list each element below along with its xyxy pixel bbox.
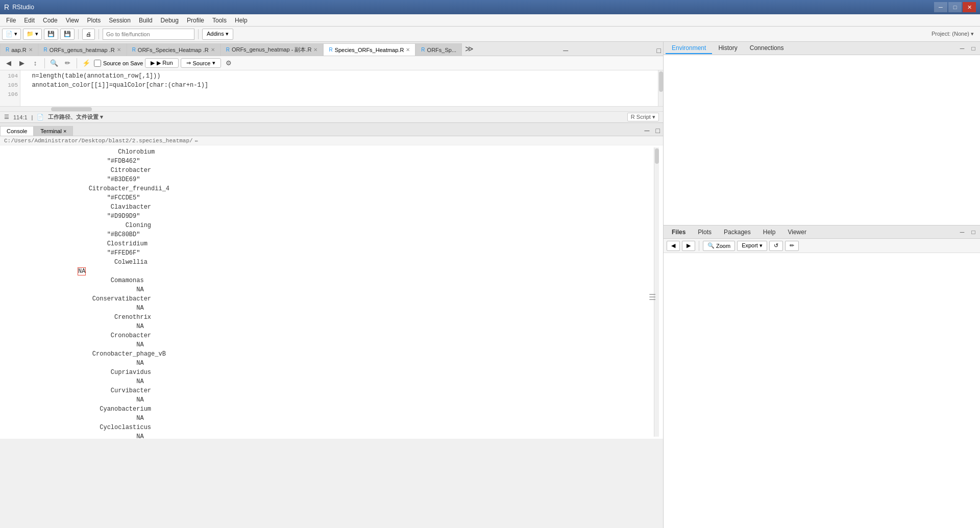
editor-minimize-button[interactable]: ─ (561, 45, 570, 56)
status-icon: ☰ (4, 114, 9, 120)
tab-label: aap.R (11, 47, 26, 53)
tab-close-icon[interactable]: ✕ (313, 47, 317, 53)
tab-help[interactable]: Help (757, 227, 782, 237)
menu-tools[interactable]: Tools (208, 16, 231, 25)
nav-next-button[interactable]: ▶ (682, 241, 695, 251)
nav-forward-button[interactable]: ▶ (16, 58, 28, 69)
console-line-na-highlighted: NA (4, 267, 654, 276)
zoom-button[interactable]: 🔍 Zoom (703, 241, 735, 251)
source-button[interactable]: ⇒ Source ▾ (181, 58, 222, 68)
console-line-22: NA (4, 340, 654, 349)
console-line-6: "#FCCDE5" (4, 193, 654, 203)
maximize-button[interactable]: □ (948, 2, 962, 12)
tab-aap[interactable]: R aap.R ✕ (0, 43, 38, 56)
menu-edit[interactable]: Edit (20, 16, 39, 25)
tab-close-icon[interactable]: ✕ (117, 47, 121, 53)
console-content[interactable]: Chlorobium "#FDB462" Citrobacter "#B3DE6… (0, 145, 663, 439)
r-script-badge[interactable]: R Script ▾ (627, 113, 659, 121)
tab-files[interactable]: Files (666, 227, 692, 237)
menu-debug[interactable]: Debug (157, 16, 183, 25)
main-toolbar: 📄▾ 📁▾ 💾 💾 🖨 Addins ▾ Project: (None) ▾ (0, 27, 980, 42)
search-button[interactable]: 🔍 (48, 58, 60, 69)
tab-history[interactable]: History (712, 43, 743, 54)
close-button[interactable]: ✕ (963, 2, 976, 12)
editor-options-button[interactable]: ⚙ (223, 58, 234, 69)
console-scroll-lines-icon[interactable]: ☰ (649, 292, 656, 303)
source-on-save-label[interactable]: Source on Save (94, 60, 143, 67)
refresh-button[interactable]: ↺ (769, 241, 783, 251)
open-file-button[interactable]: 📁▾ (23, 29, 42, 40)
menu-build[interactable]: Build (135, 16, 157, 25)
console-line-7: Clavibacter (4, 203, 654, 212)
console-line-24: NA (4, 359, 654, 368)
code-line-104: n=length(table(annotation_row[,1])) (24, 71, 654, 81)
menu-plots[interactable]: Plots (83, 16, 105, 25)
menu-help[interactable]: Help (231, 16, 252, 25)
menubar: File Edit Code View Plots Session Build … (0, 14, 980, 27)
code-content[interactable]: n=length(table(annotation_row[,1])) anno… (20, 70, 658, 106)
tab-console[interactable]: Console (0, 126, 34, 136)
tab-connections[interactable]: Connections (744, 43, 790, 54)
editor-vscrollbar[interactable] (658, 70, 663, 106)
console-maximize-button[interactable]: □ (653, 125, 663, 136)
edit-button[interactable]: ✏ (785, 241, 799, 251)
source-arrow-icon: ⇒ (186, 60, 191, 66)
source-on-save-text: Source on Save (103, 60, 143, 66)
tab-environment[interactable]: Environment (666, 43, 712, 54)
editor-maximize-button[interactable]: □ (655, 45, 663, 56)
print-button[interactable]: 🖨 (82, 29, 95, 40)
tab-overflow-button[interactable]: ≫ (462, 42, 477, 56)
tab-orfs-genus-copy[interactable]: R ORFs_genus_heatmap - 副本.R ✕ (220, 43, 324, 56)
save-all-button[interactable]: 💾 (60, 29, 75, 40)
source-on-save-checkbox[interactable] (94, 60, 101, 67)
right-top-panel: Environment History Connections ─ □ (664, 42, 980, 225)
console-line-30: NA (4, 414, 654, 423)
console-minimize-button[interactable]: ─ (642, 125, 653, 136)
tab-viewer[interactable]: Viewer (781, 227, 812, 237)
right-bottom-minimize-button[interactable]: ─ (958, 228, 967, 237)
tab-plots[interactable]: Plots (692, 227, 718, 237)
minimize-button[interactable]: ─ (934, 2, 947, 12)
export-button[interactable]: Export ▾ (737, 241, 767, 251)
status-divider: | (32, 114, 33, 120)
code-line-105: annotation_color[[i]]=qualColor[char:(ch… (24, 81, 654, 90)
edit-path-icon[interactable]: ✏ (195, 137, 199, 144)
r-file-icon: R (226, 47, 230, 53)
project-label[interactable]: Project: (None) ▾ (932, 31, 978, 37)
run-label: ▶ Run (157, 60, 173, 66)
menu-view[interactable]: View (62, 16, 83, 25)
goto-line-button[interactable]: ↕ (30, 58, 41, 69)
tab-close-icon[interactable]: ✕ (211, 47, 215, 53)
nav-prev-button[interactable]: ◀ (667, 241, 680, 251)
tab-close-icon[interactable]: ✕ (29, 47, 33, 53)
source-dropdown-icon[interactable]: ▾ (212, 60, 215, 66)
menu-profile[interactable]: Profile (183, 16, 208, 25)
tab-orfs-genus[interactable]: R ORFs_genus_heatmap .R ✕ (38, 43, 127, 56)
tab-packages[interactable]: Packages (718, 227, 757, 237)
save-file-button[interactable]: 💾 (44, 29, 58, 40)
tab-terminal[interactable]: Terminal × (34, 126, 73, 136)
tab-orfs-species-heatmap[interactable]: R ORFs_Species_Heatmap .R ✕ (127, 43, 220, 56)
nav-back-button[interactable]: ◀ (3, 58, 14, 69)
tab-species-orfs-active[interactable]: R Species_ORFs_Heatmap.R ✕ (323, 43, 415, 56)
editor-status-bar: ☰ 114:1 | 📄 工作路径、文件设置 ▾ R Script ▾ (0, 111, 663, 122)
new-file-button[interactable]: 📄▾ (2, 29, 21, 40)
tab-orfs-sp[interactable]: R ORFs_Sp... (415, 43, 462, 56)
app-icon: R (4, 3, 9, 11)
editor-hscrollbar[interactable] (0, 106, 663, 111)
environment-content (664, 55, 980, 225)
addins-button[interactable]: Addins ▾ (202, 29, 233, 40)
menu-code[interactable]: Code (39, 16, 62, 25)
run-button[interactable]: ▶ ▶ Run (145, 58, 178, 68)
right-top-maximize-button[interactable]: □ (969, 44, 978, 53)
tab-close-icon[interactable]: ✕ (406, 47, 410, 53)
status-path[interactable]: 工作路径、文件设置 ▾ (48, 113, 103, 121)
right-bottom-maximize-button[interactable]: □ (969, 228, 978, 237)
edit-button[interactable]: ✏ (62, 58, 73, 69)
lint-button[interactable]: ⚡ (81, 58, 92, 69)
goto-input[interactable] (103, 29, 194, 40)
menu-session[interactable]: Session (105, 16, 135, 25)
menu-file[interactable]: File (2, 16, 20, 25)
status-file-badge: 📄 (37, 114, 44, 120)
right-top-minimize-button[interactable]: ─ (958, 44, 967, 53)
